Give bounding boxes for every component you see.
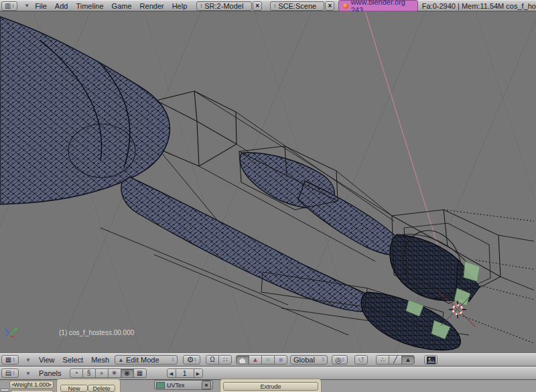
scene-selector[interactable]: ↕ SCE:Scene: [270, 1, 324, 11]
scale-square-icon: ■: [279, 356, 283, 363]
manipulator-scale-button[interactable]: ■: [274, 355, 287, 365]
extrude-button[interactable]: Extrude: [223, 382, 318, 391]
select-mode-vertex-button[interactable]: ∴: [376, 355, 389, 365]
uvtex-delete-button[interactable]: ×: [202, 381, 211, 389]
viewport-header: ▦ ↕ ▼ View Select Mesh ▲ Edit Mode ↕ ⚙ ↕…: [0, 353, 536, 367]
select-mode-edge-button[interactable]: ╱: [389, 355, 402, 365]
combo-arrows-icon: ↕: [12, 357, 15, 363]
render-preview-button[interactable]: [424, 355, 438, 365]
select-mode-face-button[interactable]: ▲: [401, 355, 415, 365]
rotation-mode-button[interactable]: Ω: [206, 355, 219, 365]
vertex-select-icon: ∴: [381, 356, 385, 363]
menu-render[interactable]: Render: [140, 2, 164, 10]
uvtex-name-field[interactable]: UVTex ×: [154, 380, 213, 390]
scene-icon: ▦: [137, 370, 143, 377]
frame-number: 1: [183, 369, 187, 377]
weight-value: Weight 1.000: [14, 381, 50, 388]
layers-button[interactable]: ∷: [218, 355, 232, 365]
dots-grid-icon: ∷: [223, 356, 227, 363]
screen-selector[interactable]: ↕ SR:2-Model: [196, 1, 252, 11]
scene-name: SCE:Scene: [278, 2, 316, 10]
screen-close-button[interactable]: ×: [253, 1, 262, 11]
top-header: ▥ ↕ ▼ File Add Timeline Game Render Help…: [0, 0, 536, 11]
combo-arrows-icon: ↕: [342, 357, 344, 363]
logic-icon: ◔: [74, 370, 78, 377]
manipulator-hand-button[interactable]: [236, 355, 249, 365]
combo-arrows-icon: ↕: [273, 3, 276, 9]
translate-triangle-icon: ▲: [252, 356, 259, 363]
context-editing-button[interactable]: ◉: [121, 369, 134, 378]
3d-viewport[interactable]: (1) cos_f_hostess.00.000: [0, 11, 536, 353]
scene-close-button[interactable]: ×: [325, 1, 334, 11]
blender-app-icon: ▥: [5, 3, 11, 9]
delete-label: Delete: [92, 385, 110, 392]
header-collapse-icon[interactable]: ▼: [25, 371, 31, 377]
viewport-editor-type-button[interactable]: ▦ ↕: [1, 355, 19, 365]
menu-game[interactable]: Game: [112, 2, 132, 10]
context-script-button[interactable]: §: [82, 369, 96, 378]
clipped-editor-button[interactable]: [0, 389, 9, 392]
image-icon: [427, 356, 436, 364]
menu-select[interactable]: Select: [63, 356, 84, 364]
uvtex-color-swatch[interactable]: [156, 382, 165, 389]
face-select-icon: ▲: [405, 356, 411, 363]
mode-selector[interactable]: ▲ Edit Mode ↕: [115, 355, 178, 365]
step-left-icon: ◀: [170, 371, 173, 376]
screen-name: SR:2-Model: [204, 2, 243, 10]
omega-icon: Ω: [210, 356, 214, 363]
orientation-value: Global: [293, 356, 315, 364]
header-collapse-icon[interactable]: ▼: [25, 357, 31, 363]
combo-arrows-icon: ↕: [194, 357, 196, 363]
menu-mesh[interactable]: Mesh: [91, 356, 109, 364]
context-shading-button[interactable]: ●: [95, 369, 109, 378]
uvtex-label: UVTex: [167, 382, 185, 389]
frame-step-back-button[interactable]: ◀: [167, 369, 176, 378]
gear-icon: ⚙: [187, 356, 194, 364]
combo-arrows-icon: ↕: [200, 3, 202, 9]
object-icon: ✳: [111, 370, 117, 377]
vertex-group-new-button[interactable]: New: [60, 385, 88, 392]
slider-right-icon[interactable]: ▸: [49, 382, 52, 387]
combo-arrows-icon: ↕: [172, 357, 174, 363]
manipulator-rotate-button[interactable]: ○: [261, 355, 275, 365]
step-right-icon: ▶: [196, 371, 200, 376]
manipulator-translate-button[interactable]: ▲: [249, 355, 262, 365]
buttons-editor-type-button[interactable]: ▤ ↕: [1, 369, 19, 378]
context-logic-button[interactable]: ◔: [70, 369, 83, 378]
pivot-point-button[interactable]: ◎ ↕: [332, 355, 348, 365]
combo-arrows-icon: ↕: [322, 357, 324, 363]
menu-view[interactable]: View: [39, 356, 55, 364]
menu-help[interactable]: Help: [172, 2, 188, 10]
menu-file[interactable]: File: [35, 2, 47, 10]
context-scene-button[interactable]: ▦: [133, 369, 147, 378]
window-type-button[interactable]: ▥ ↕: [1, 1, 17, 11]
menu-add[interactable]: Add: [55, 2, 68, 10]
combo-arrows-icon: ↕: [11, 3, 14, 9]
vertex-group-delete-button[interactable]: Delete: [88, 385, 115, 392]
script-icon: §: [87, 370, 91, 377]
edit-mode-icon: ▲: [118, 357, 124, 363]
3d-view-editor-icon: ▦: [5, 356, 11, 363]
draw-type-button[interactable]: ⚙ ↕: [183, 355, 200, 365]
weight-slider[interactable]: ◂ Weight 1.000 ▸: [9, 381, 54, 389]
hand-icon: [239, 356, 247, 364]
buttons-editor-icon: ▤: [5, 370, 11, 377]
buttons-panel-area: ◂ Weight 1.000 ▸ New Delete UVTex × Extr…: [0, 380, 536, 392]
header-collapse-icon[interactable]: ▼: [24, 3, 29, 9]
buttons-header: ▤ ↕ ▼ Panels ◔ § ● ✳ ◉ ▦: [0, 367, 536, 380]
editing-icon: ◉: [124, 370, 130, 377]
pivot-icon: ◎: [335, 356, 342, 364]
blender-link-button[interactable]: www.blender.org 243: [338, 0, 417, 11]
orientation-selector[interactable]: Global ↕: [290, 355, 328, 365]
proportional-edit-button[interactable]: ↺: [354, 355, 368, 365]
stats-text: Fa:0-2940 | Mem:11.54M cos_f_ho: [422, 2, 536, 10]
extrude-label: Extrude: [260, 383, 281, 390]
menu-timeline[interactable]: Timeline: [76, 2, 103, 10]
frame-step-forward-button[interactable]: ▶: [194, 369, 203, 378]
panels-menu[interactable]: Panels: [39, 369, 62, 377]
blender-window: ▥ ↕ ▼ File Add Timeline Game Render Help…: [0, 0, 536, 392]
frame-number-field[interactable]: 1: [176, 369, 194, 378]
context-object-button[interactable]: ✳: [108, 369, 121, 378]
active-object-label: (1) cos_f_hostess.00.000: [59, 329, 135, 336]
combo-arrows-icon: ↕: [12, 371, 15, 376]
